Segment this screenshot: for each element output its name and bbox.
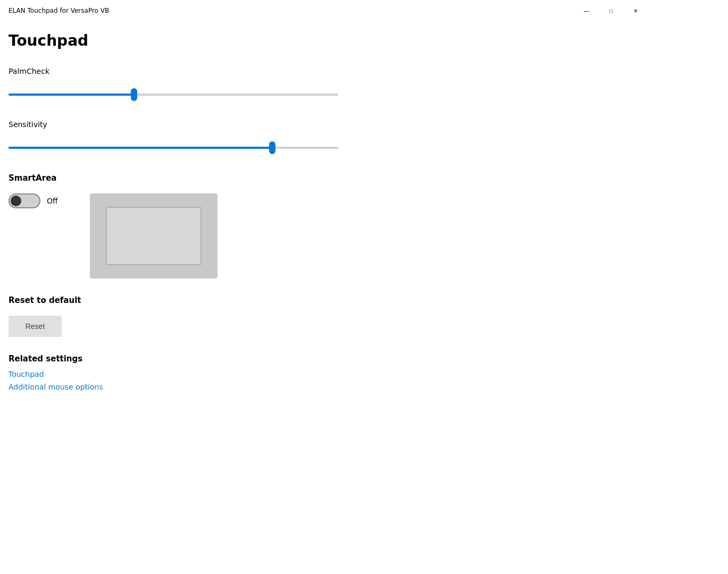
palmcheck-fill bbox=[9, 94, 134, 96]
reset-button[interactable]: Reset bbox=[9, 316, 62, 337]
additional-mouse-options-link[interactable]: Additional mouse options bbox=[9, 383, 633, 391]
related-settings-heading: Related settings bbox=[9, 354, 633, 364]
minimize-button[interactable]: — bbox=[574, 2, 599, 19]
touchpad-inner-area bbox=[106, 207, 202, 265]
page-title: Touchpad bbox=[9, 32, 633, 50]
palmcheck-track bbox=[9, 94, 338, 96]
palmcheck-label: PalmCheck bbox=[9, 67, 633, 75]
sensitivity-label: Sensitivity bbox=[9, 120, 633, 129]
touchpad-diagram bbox=[90, 193, 217, 278]
sensitivity-track bbox=[9, 147, 338, 149]
smartarea-section: SmartArea Off bbox=[9, 173, 633, 278]
reset-heading: Reset to default bbox=[9, 296, 633, 305]
toggle-label: Off bbox=[47, 197, 58, 205]
toggle-thumb bbox=[11, 196, 21, 206]
related-settings-section: Related settings Touchpad Additional mou… bbox=[9, 354, 633, 391]
window-controls: — □ ✕ bbox=[574, 2, 648, 19]
main-content: Touchpad PalmCheck Sensitivity bbox=[0, 21, 654, 417]
sensitivity-fill bbox=[9, 147, 272, 149]
window-title: ELAN Touchpad for VersaPro VB bbox=[9, 7, 109, 14]
close-button[interactable]: ✕ bbox=[623, 2, 648, 19]
smartarea-toggle[interactable] bbox=[9, 193, 40, 208]
reset-section: Reset to default Reset bbox=[9, 296, 633, 337]
maximize-button[interactable]: □ bbox=[599, 2, 623, 19]
smartarea-row: Off bbox=[9, 193, 633, 278]
titlebar: ELAN Touchpad for VersaPro VB — □ ✕ bbox=[0, 0, 654, 21]
toggle-wrapper: Off bbox=[9, 193, 58, 208]
touchpad-link[interactable]: Touchpad bbox=[9, 370, 633, 378]
application-window: ELAN Touchpad for VersaPro VB — □ ✕ Touc… bbox=[0, 0, 654, 531]
sensitivity-section: Sensitivity bbox=[9, 120, 633, 158]
smartarea-heading: SmartArea bbox=[9, 173, 633, 183]
palmcheck-section: PalmCheck bbox=[9, 67, 633, 105]
